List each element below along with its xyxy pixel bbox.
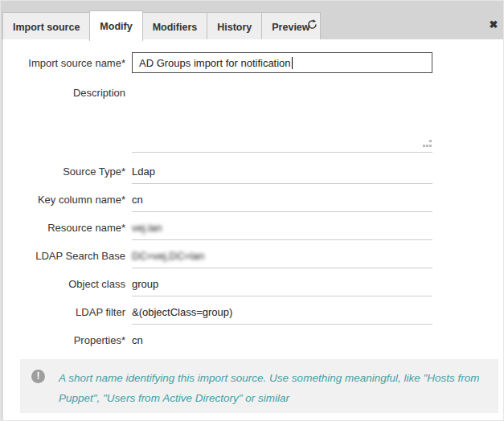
tab-import-source[interactable]: Import source <box>2 12 90 41</box>
field-label: Key column name* <box>1 194 125 206</box>
field-label: Resource name* <box>1 222 125 235</box>
import-source-modify-panel: Import source Modify Modifiers History P… <box>0 0 504 421</box>
field-label: Description <box>1 87 125 100</box>
source-type-value[interactable]: Ldap <box>132 166 432 178</box>
tab-modify[interactable]: Modify <box>89 10 142 41</box>
field-underline <box>132 183 432 184</box>
tab-header: Import source Modify Modifiers History P… <box>1 1 504 39</box>
field-underline <box>132 268 432 268</box>
key-column-value[interactable]: cn <box>132 194 432 206</box>
info-exclamation-icon: ! <box>31 370 45 383</box>
tab-history[interactable]: History <box>207 12 262 41</box>
description-underline <box>132 152 432 153</box>
field-label: Object class <box>1 278 125 291</box>
field-underline <box>132 211 432 212</box>
resource-name-value[interactable]: vej.lan <box>132 222 432 235</box>
tab-modifiers[interactable]: Modifiers <box>142 12 208 41</box>
field-underline <box>132 324 432 325</box>
refresh-icon[interactable] <box>306 18 319 31</box>
ldap-filter-value[interactable]: &(objectClass=group) <box>132 306 432 319</box>
field-label: Properties* <box>1 334 125 347</box>
text-caret <box>292 57 293 69</box>
import-source-name-input[interactable]: AD Groups import for notification <box>132 52 432 73</box>
ldap-search-base-value[interactable]: DC=vej,DC=lan <box>132 250 432 263</box>
hint-box: ! A short name identifying this import s… <box>20 359 498 413</box>
field-underline <box>132 296 432 296</box>
close-icon[interactable]: ✖ <box>486 18 501 32</box>
field-label: LDAP filter <box>1 306 125 319</box>
hint-text: A short name identifying this import sou… <box>59 368 497 408</box>
field-label: Source Type* <box>1 166 125 178</box>
input-value: AD Groups import for notification <box>139 57 291 69</box>
object-class-value[interactable]: group <box>132 278 432 291</box>
properties-value[interactable]: cn <box>132 334 432 347</box>
field-label: LDAP Search Base <box>1 250 125 263</box>
form-content: Import source name* AD Groups import for… <box>1 39 504 421</box>
description-textarea[interactable] <box>132 87 432 151</box>
field-label: Import source name* <box>1 57 125 70</box>
tab-bar: Import source Modify Modifiers History P… <box>2 10 320 41</box>
resize-grip-icon[interactable] <box>422 138 432 149</box>
field-underline <box>132 239 432 240</box>
